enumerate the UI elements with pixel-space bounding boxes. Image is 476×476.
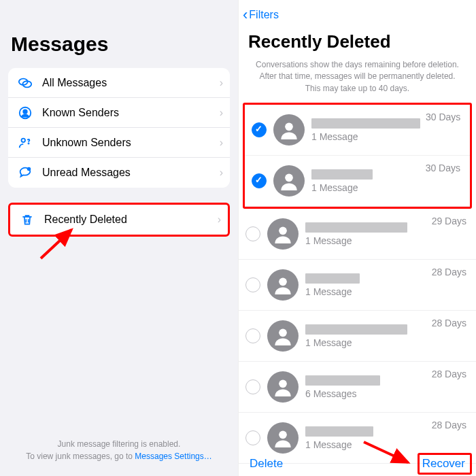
svg-point-4 bbox=[22, 138, 26, 142]
days-remaining: 28 Days bbox=[432, 420, 466, 430]
chevron-right-icon: › bbox=[220, 107, 223, 119]
person-question-icon bbox=[16, 135, 34, 150]
chevron-right-icon: › bbox=[218, 214, 221, 226]
back-button[interactable]: ‹ Filters bbox=[243, 6, 279, 24]
svg-point-12 bbox=[279, 380, 287, 388]
speech-bubble-dot-icon bbox=[16, 165, 34, 180]
select-checkbox[interactable] bbox=[245, 430, 260, 445]
days-remaining: 28 Days bbox=[432, 267, 466, 277]
filter-label: Unread Messages bbox=[42, 167, 220, 179]
annotation-arrow-icon bbox=[360, 439, 415, 469]
redacted-name bbox=[305, 375, 380, 386]
days-remaining: 30 Days bbox=[426, 112, 460, 122]
select-checkbox[interactable] bbox=[252, 173, 267, 188]
deletion-note: Conversations show the days remaining be… bbox=[239, 59, 476, 103]
page-title: Messages bbox=[11, 33, 238, 56]
filter-unknown-senders[interactable]: Unknown Senders › bbox=[8, 128, 230, 158]
message-count: 1 Message bbox=[305, 286, 426, 297]
deleted-list: 1 Message30 Days1 Message30 Days1 Messag… bbox=[239, 103, 476, 464]
messages-settings-link[interactable]: Messages Settings… bbox=[135, 452, 211, 461]
days-remaining: 30 Days bbox=[426, 163, 460, 173]
deleted-conversation-row[interactable]: 1 Message30 Days bbox=[245, 156, 470, 207]
select-checkbox[interactable] bbox=[252, 122, 267, 137]
svg-point-10 bbox=[279, 278, 287, 286]
avatar-icon bbox=[267, 422, 299, 454]
days-remaining: 28 Days bbox=[432, 369, 466, 379]
avatar-icon bbox=[273, 114, 305, 146]
days-remaining: 28 Days bbox=[432, 318, 466, 328]
select-checkbox[interactable] bbox=[245, 379, 260, 394]
message-count: 6 Messages bbox=[305, 388, 426, 399]
row-content: 1 Message bbox=[311, 169, 420, 193]
select-checkbox[interactable] bbox=[245, 328, 260, 343]
deleted-conversation-row[interactable]: 1 Message28 Days bbox=[239, 260, 476, 311]
chevron-right-icon: › bbox=[220, 167, 223, 179]
recently-deleted-pane: ‹ Filters Recently Deleted Conversations… bbox=[238, 0, 476, 476]
svg-point-9 bbox=[279, 227, 287, 235]
deleted-conversation-row[interactable]: 1 Message29 Days bbox=[239, 209, 476, 260]
svg-point-6 bbox=[27, 167, 31, 171]
svg-point-13 bbox=[279, 431, 287, 439]
chevron-right-icon: › bbox=[220, 137, 223, 149]
chevron-right-icon: › bbox=[220, 77, 223, 89]
row-content: 1 Message bbox=[305, 222, 426, 246]
avatar-icon bbox=[267, 269, 299, 301]
filter-known-senders[interactable]: Known Senders › bbox=[8, 98, 230, 128]
message-count: 1 Message bbox=[305, 235, 426, 246]
annotation-arrow-icon bbox=[34, 224, 82, 265]
junk-filter-note: Junk message filtering is enabled. To vi… bbox=[0, 438, 238, 462]
redacted-name bbox=[305, 273, 360, 284]
redacted-name bbox=[305, 426, 373, 437]
deleted-conversation-row[interactable]: 1 Message28 Days bbox=[239, 311, 476, 362]
filter-all-messages[interactable]: All Messages › bbox=[8, 68, 230, 98]
avatar-icon bbox=[267, 320, 299, 352]
days-remaining: 29 Days bbox=[432, 216, 466, 226]
messages-filters-pane: Messages All Messages › Known Senders › bbox=[0, 0, 238, 476]
row-content: 1 Message bbox=[311, 118, 420, 142]
avatar-icon bbox=[273, 165, 305, 197]
message-count: 1 Message bbox=[305, 337, 426, 348]
svg-point-11 bbox=[279, 329, 287, 337]
page-title: Recently Deleted bbox=[248, 31, 476, 52]
avatar-icon bbox=[267, 371, 299, 403]
row-content: 6 Messages bbox=[305, 375, 426, 399]
filter-label: Unknown Senders bbox=[42, 137, 220, 149]
select-checkbox[interactable] bbox=[245, 277, 260, 292]
filter-group: All Messages › Known Senders › Unknown S… bbox=[8, 68, 230, 188]
avatar-icon bbox=[267, 218, 299, 250]
nav-bar: ‹ Filters bbox=[239, 0, 476, 27]
chevron-left-icon: ‹ bbox=[243, 6, 248, 24]
annotation-highlight bbox=[418, 453, 472, 475]
redacted-name bbox=[305, 324, 407, 335]
redacted-name bbox=[311, 169, 373, 180]
row-content: 1 Message bbox=[305, 273, 426, 297]
person-circle-icon bbox=[16, 105, 34, 120]
svg-point-5 bbox=[28, 143, 29, 143]
svg-point-7 bbox=[285, 123, 293, 131]
select-checkbox[interactable] bbox=[245, 226, 260, 241]
row-content: 1 Message bbox=[305, 324, 426, 348]
svg-point-3 bbox=[23, 109, 27, 114]
redacted-name bbox=[305, 222, 407, 233]
deleted-conversation-row[interactable]: 1 Message30 Days bbox=[245, 105, 470, 156]
message-count: 1 Message bbox=[311, 131, 420, 142]
message-count: 1 Message bbox=[311, 182, 420, 193]
speech-bubbles-icon bbox=[16, 75, 34, 90]
deleted-conversation-row[interactable]: 6 Messages28 Days bbox=[239, 362, 476, 413]
filter-label: Known Senders bbox=[42, 107, 220, 119]
filter-unread-messages[interactable]: Unread Messages › bbox=[8, 158, 230, 188]
delete-button[interactable]: Delete bbox=[250, 457, 283, 471]
redacted-name bbox=[311, 118, 420, 129]
filter-label: All Messages bbox=[42, 77, 220, 89]
annotation-highlight: 1 Message30 Days1 Message30 Days bbox=[243, 103, 472, 209]
svg-point-8 bbox=[285, 174, 293, 182]
